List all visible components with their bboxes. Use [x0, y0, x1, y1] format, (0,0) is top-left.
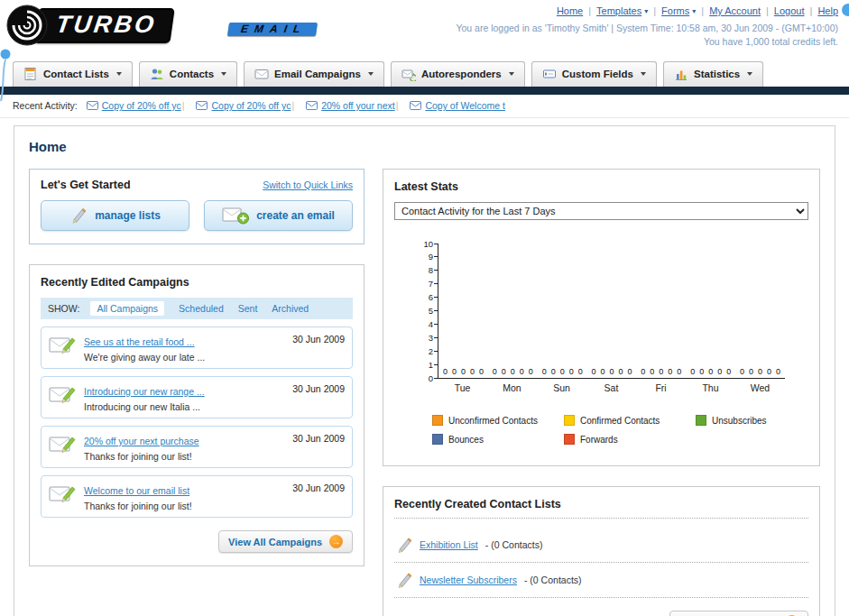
- bar-value-label: 0: [551, 367, 556, 376]
- recent-activity-link[interactable]: 20% off your next: [321, 100, 395, 111]
- campaign-filters: All Campaigns Scheduled Sent Archived: [90, 301, 309, 316]
- legend-item: Confirmed Contacts: [564, 415, 696, 426]
- x-axis-label: Mon: [487, 382, 537, 393]
- legend-swatch: [564, 434, 575, 445]
- campaign-text: Welcome to our email list Thanks for joi…: [84, 482, 284, 511]
- x-axis-label: Tue: [438, 382, 487, 393]
- bar-value-label: 0: [677, 367, 681, 376]
- credits-info: You have 1,000 total credits left.: [456, 36, 838, 47]
- contact-list-link[interactable]: Exhibition List: [420, 539, 478, 550]
- contacts-icon: [150, 67, 164, 81]
- chart-bar-group: 00000: [686, 367, 735, 378]
- campaign-list-item[interactable]: Introducing our new range ... Introducin…: [41, 376, 353, 418]
- view-all-campaigns-label: View All Campaigns: [228, 537, 322, 547]
- arrow-icon: →: [329, 535, 343, 548]
- recent-campaigns-title: Recently Edited Campaigns: [41, 276, 353, 289]
- campaign-title-link[interactable]: Introducing our new range ...: [84, 386, 205, 397]
- campaign-edit-icon: [49, 382, 76, 406]
- top-nav-link[interactable]: My Account: [709, 5, 761, 16]
- bar-value-label: 0: [650, 367, 654, 376]
- envelope-icon: [87, 101, 98, 110]
- bar-value-label: 0: [699, 367, 704, 376]
- bar-value-label: 0: [618, 367, 623, 376]
- envelope-icon: [196, 101, 208, 110]
- recent-activity-item[interactable]: Copy of 20% off yc: [87, 100, 181, 111]
- bar-value-label: 0: [767, 367, 771, 376]
- top-nav-item[interactable]: Help: [805, 5, 838, 16]
- content-container: Home Let's Get Started Switch to Quick L…: [14, 125, 835, 616]
- top-nav-item[interactable]: My Account: [696, 5, 761, 16]
- nav-tab-label: Contact Lists: [43, 69, 109, 79]
- bar-value-label: 0: [726, 367, 731, 376]
- y-axis-tick: 10: [402, 239, 438, 248]
- campaign-title-link[interactable]: 20% off your next purchase: [84, 436, 199, 446]
- pencil-icon: [396, 572, 412, 588]
- dropdown-caret-icon: [747, 72, 752, 76]
- recent-activity-item[interactable]: Copy of 20% off yc: [181, 100, 291, 111]
- top-nav-link[interactable]: Templates: [596, 5, 641, 16]
- campaign-list-item[interactable]: See us at the retail food ... We're givi…: [41, 326, 353, 369]
- recent-activity-link[interactable]: Copy of 20% off yc: [102, 100, 181, 111]
- nav-tab-email-campaigns[interactable]: Email Campaigns: [244, 61, 384, 87]
- campaign-list-item[interactable]: Welcome to our email list Thanks for joi…: [41, 475, 353, 518]
- campaign-filter-link[interactable]: Scheduled: [179, 303, 224, 314]
- manage-lists-button[interactable]: manage lists: [41, 200, 189, 231]
- campaign-title-link[interactable]: See us at the retail food ...: [84, 336, 195, 347]
- contact-list-item[interactable]: Exhibition List - (0 Contacts): [394, 528, 808, 563]
- campaign-filter-link[interactable]: Sent: [238, 303, 258, 314]
- create-email-button[interactable]: create an email: [204, 200, 353, 231]
- recent-activity-item[interactable]: 20% off your next: [291, 100, 394, 111]
- y-axis-tick: 1: [402, 360, 438, 369]
- recent-activity-link[interactable]: Copy of 20% off yc: [211, 100, 291, 111]
- nav-tab-statistics[interactable]: Statistics: [663, 61, 763, 87]
- recent-activity-item[interactable]: Copy of Welcome t: [395, 100, 505, 111]
- campaign-subtitle: Introducing our new Italia ...: [84, 401, 284, 412]
- bar-value-label: 0: [452, 367, 457, 376]
- top-nav-link[interactable]: Help: [817, 5, 838, 16]
- top-nav-item[interactable]: Forms▾: [648, 5, 696, 16]
- campaign-filter-link[interactable]: Archived: [272, 303, 309, 314]
- contact-list-link[interactable]: Newsletter Subscribers: [420, 575, 517, 585]
- chart-bar-group: 00000: [538, 367, 587, 378]
- campaign-date: 30 Jun 2009: [292, 433, 345, 444]
- nav-tab-autoresponders[interactable]: Autoresponders: [391, 61, 525, 87]
- stats-period-select[interactable]: Contact Activity for the Last 7 Days: [394, 202, 808, 220]
- get-started-panel: Let's Get Started Switch to Quick Links …: [29, 169, 365, 244]
- top-nav-link[interactable]: Forms: [661, 5, 689, 16]
- nav-tab-label: Contacts: [170, 69, 214, 79]
- create-email-label: create an email: [256, 209, 335, 222]
- top-nav-link[interactable]: Logout: [774, 5, 805, 16]
- recent-campaigns-panel: Recently Edited Campaigns SHOW: All Camp…: [29, 264, 365, 566]
- bar-value-label: 0: [578, 367, 583, 376]
- top-nav-link[interactable]: Home: [557, 5, 583, 16]
- dropdown-caret-icon: [221, 72, 226, 76]
- nav-tab-custom-fields[interactable]: Custom Fields: [531, 61, 657, 87]
- campaign-list-item[interactable]: 20% off your next purchase Thanks for jo…: [41, 426, 353, 468]
- nav-tab-contacts[interactable]: Contacts: [139, 61, 237, 87]
- campaign-date: 30 Jun 2009: [292, 483, 345, 493]
- bar-value-label: 0: [609, 367, 614, 376]
- view-all-campaigns-button[interactable]: View All Campaigns →: [218, 530, 353, 553]
- y-axis-tick: 5: [402, 307, 438, 316]
- contact-list-item[interactable]: Newsletter Subscribers - (0 Contacts): [394, 563, 808, 598]
- chart-x-labels: TueMonSunSatFriThuWed: [438, 382, 785, 393]
- switch-quick-links-link[interactable]: Switch to Quick Links: [263, 179, 353, 190]
- manage-lists-label: manage lists: [95, 209, 161, 222]
- edge-decoration-dot: [842, 4, 849, 16]
- top-nav-item[interactable]: Templates▾: [583, 5, 648, 16]
- campaign-subtitle: We're giving away our late ...: [84, 352, 284, 363]
- recent-activity-items: Copy of 20% off yc Copy of 20% off yc 20…: [87, 100, 505, 111]
- top-nav-item[interactable]: Logout: [761, 5, 805, 16]
- top-nav-item[interactable]: Home: [557, 5, 583, 16]
- nav-tab-contact-lists[interactable]: Contact Lists: [13, 61, 133, 87]
- dropdown-caret-icon: [368, 72, 374, 76]
- legend-label: Unsubscribes: [712, 416, 767, 426]
- see-all-contact-lists-button[interactable]: See All Contact Lists →: [669, 611, 808, 616]
- recent-activity-link[interactable]: Copy of Welcome t: [425, 100, 505, 111]
- dropdown-caret-icon: [116, 72, 122, 76]
- campaign-title-link[interactable]: Welcome to our email list: [84, 485, 189, 496]
- campaign-filter-link[interactable]: All Campaigns: [90, 301, 164, 316]
- envelope-icon: [306, 101, 318, 110]
- bar-value-label: 0: [591, 367, 595, 376]
- chart-y-axis: 109876543210: [402, 244, 438, 378]
